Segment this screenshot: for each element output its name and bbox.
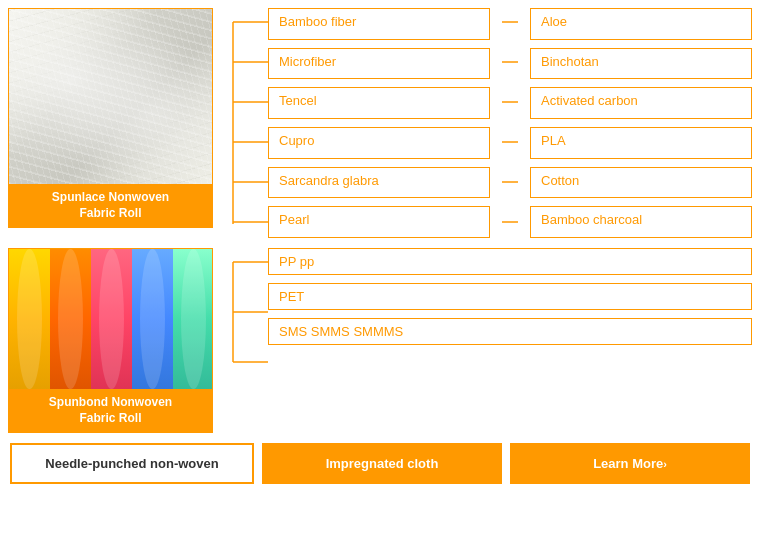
item-microfiber: Microfiber (268, 48, 490, 80)
roll-orange (50, 249, 91, 389)
spunlace-card: Spunlace Nonwoven Fabric Roll (8, 8, 213, 228)
item-pla: PLA (530, 127, 752, 159)
bottom-buttons: Needle-punched non-woven Impregnated clo… (8, 443, 752, 484)
item-sarcandra: Sarcandra glabra (268, 167, 490, 199)
spunbond-label: Spunbond Nonwoven Fabric Roll (9, 389, 212, 432)
roll-yellow (9, 249, 50, 389)
spunlace-section: Spunlace Nonwoven Fabric Roll (8, 8, 752, 238)
spunbond-card: Spunbond Nonwoven Fabric Roll (8, 248, 213, 433)
item-cupro: Cupro (268, 127, 490, 159)
spunlace-image (9, 9, 213, 184)
spunbond-image (9, 249, 213, 389)
spunbond-branch-svg (213, 248, 273, 378)
main-container: Spunlace Nonwoven Fabric Roll (0, 0, 760, 546)
spunlace-left-col: Bamboo fiber Microfiber Tencel Cupro Sar… (268, 8, 490, 238)
learn-more-arrow: › (663, 458, 667, 470)
roll-blue (132, 249, 173, 389)
item-bamboo-fiber: Bamboo fiber (268, 8, 490, 40)
spunlace-label: Spunlace Nonwoven Fabric Roll (9, 184, 212, 227)
roll-teal (173, 249, 213, 389)
spunbond-tree: PP pp PET SMS SMMS SMMMS (213, 248, 752, 378)
item-bamboo-charcoal: Bamboo charcoal (530, 206, 752, 238)
item-pearl: Pearl (268, 206, 490, 238)
spunlace-mid-svg (500, 8, 520, 238)
learn-more-button[interactable]: Learn More› (510, 443, 750, 484)
roll-pink (91, 249, 132, 389)
item-sms: SMS SMMS SMMMS (268, 318, 752, 345)
spunlace-right-col: Aloe Binchotan Activated carbon PLA Cott… (530, 8, 752, 238)
item-aloe: Aloe (530, 8, 752, 40)
impregnated-cloth-button[interactable]: Impregnated cloth (262, 443, 502, 484)
spunbond-items-col: PP pp PET SMS SMMS SMMMS (268, 248, 752, 345)
spunlace-branch-svg (213, 8, 273, 238)
item-pet: PET (268, 283, 752, 310)
spunlace-items-wrapper: Bamboo fiber Microfiber Tencel Cupro Sar… (268, 8, 752, 238)
item-cotton: Cotton (530, 167, 752, 199)
spunbond-product-card: Spunbond Nonwoven Fabric Roll (8, 248, 213, 433)
item-tencel: Tencel (268, 87, 490, 119)
item-activated-carbon: Activated carbon (530, 87, 752, 119)
item-binchotan: Binchotan (530, 48, 752, 80)
spunbond-section: Spunbond Nonwoven Fabric Roll PP pp (8, 248, 752, 433)
spunlace-product-card: Spunlace Nonwoven Fabric Roll (8, 8, 213, 228)
needle-punched-button[interactable]: Needle-punched non-woven (10, 443, 254, 484)
fiber-texture (9, 9, 213, 184)
spunlace-tree: Bamboo fiber Microfiber Tencel Cupro Sar… (213, 8, 752, 238)
item-pp: PP pp (268, 248, 752, 275)
spunbond-items-wrapper: PP pp PET SMS SMMS SMMMS (268, 248, 752, 378)
